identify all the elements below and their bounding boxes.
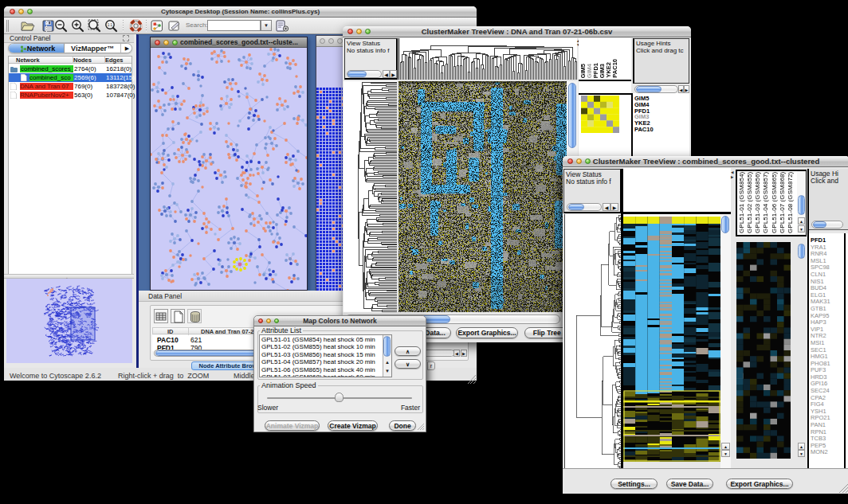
svg-text:1:1: 1:1: [108, 23, 113, 27]
